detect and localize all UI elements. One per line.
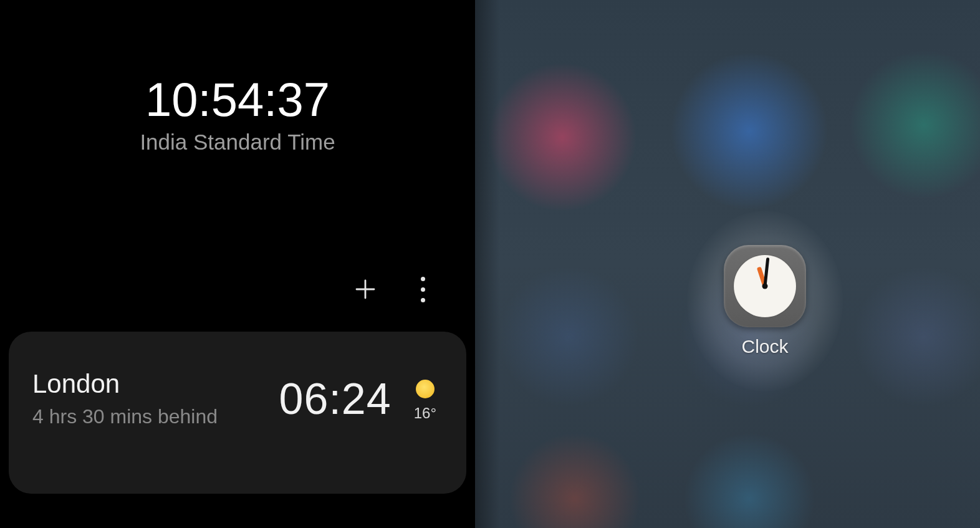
plus-icon bbox=[352, 276, 378, 302]
clock-minute-hand-icon bbox=[764, 257, 770, 286]
app-label: Clock bbox=[741, 336, 788, 357]
world-clock-toolbar bbox=[350, 274, 438, 304]
city-weather: 16° bbox=[414, 376, 436, 422]
add-city-button[interactable] bbox=[350, 274, 380, 304]
city-card[interactable]: London 4 hrs 30 mins behind 06:24 16° bbox=[9, 332, 466, 494]
city-time: 06:24 bbox=[279, 374, 392, 424]
clock-app-pane: 10:54:37 India Standard Time London 4 hr… bbox=[0, 0, 475, 528]
focused-app-bubble[interactable]: Clock bbox=[687, 211, 843, 391]
clock-face-icon bbox=[734, 255, 796, 317]
city-time-weather: 06:24 16° bbox=[279, 369, 436, 424]
city-temperature: 16° bbox=[414, 405, 436, 422]
home-screen-blurred: Clock bbox=[475, 0, 980, 528]
city-offset: 4 hrs 30 mins behind bbox=[32, 405, 218, 428]
city-info: London 4 hrs 30 mins behind bbox=[32, 369, 218, 428]
city-name: London bbox=[32, 369, 218, 399]
local-time: 10:54:37 bbox=[0, 72, 475, 127]
more-options-button[interactable] bbox=[408, 274, 438, 304]
timezone-label: India Standard Time bbox=[0, 130, 475, 155]
clock-app-icon[interactable] bbox=[724, 245, 806, 327]
more-vertical-icon bbox=[421, 277, 425, 302]
sun-icon bbox=[416, 380, 435, 398]
